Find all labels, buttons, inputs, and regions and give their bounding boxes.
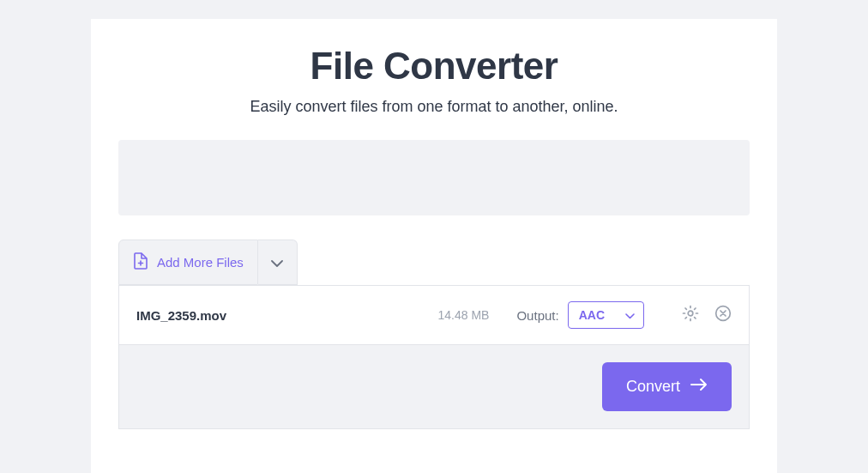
- output-format-value: AAC: [579, 308, 605, 322]
- page-subtitle: Easily convert files from one format to …: [91, 98, 777, 116]
- arrow-right-icon: [690, 378, 708, 396]
- chevron-down-icon: [625, 307, 635, 323]
- output-format-select[interactable]: AAC: [568, 301, 644, 329]
- remove-file-button[interactable]: [714, 305, 732, 325]
- page-title: File Converter: [91, 45, 777, 88]
- file-name: IMG_2359.mov: [136, 308, 438, 323]
- gear-icon: [682, 305, 699, 325]
- convert-button[interactable]: Convert: [602, 362, 732, 411]
- add-files-dropdown-button[interactable]: [258, 240, 298, 285]
- svg-point-0: [688, 311, 693, 316]
- file-row: IMG_2359.mov 14.48 MB Output: AAC: [118, 285, 750, 345]
- add-more-files-button[interactable]: Add More Files: [118, 240, 258, 285]
- ad-banner: [118, 140, 750, 215]
- close-circle-icon: [714, 305, 732, 325]
- file-size: 14.48 MB: [438, 308, 490, 322]
- add-more-files-label: Add More Files: [157, 255, 244, 270]
- convert-button-label: Convert: [626, 378, 680, 396]
- chevron-down-icon: [271, 255, 283, 270]
- output-label: Output:: [516, 308, 558, 323]
- settings-button[interactable]: [682, 305, 699, 325]
- file-plus-icon: [133, 252, 148, 272]
